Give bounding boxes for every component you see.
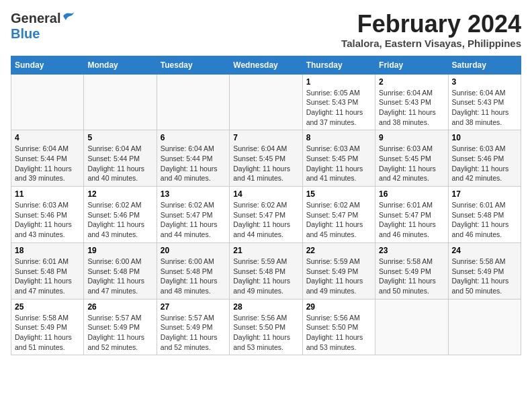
calendar-cell: 29Sunrise: 5:56 AM Sunset: 5:50 PM Dayli… [302,299,375,355]
day-number: 14 [233,189,298,199]
day-number: 27 [161,302,226,312]
calendar-cell: 7Sunrise: 6:04 AM Sunset: 5:45 PM Daylig… [230,130,302,187]
day-info: Sunrise: 6:03 AM Sunset: 5:45 PM Dayligh… [306,144,371,183]
day-number: 15 [306,189,371,199]
calendar-cell: 13Sunrise: 6:02 AM Sunset: 5:47 PM Dayli… [157,187,229,243]
calendar-cell [375,299,448,355]
day-number: 22 [306,246,371,255]
day-number: 20 [161,246,226,255]
calendar-location: Talalora, Eastern Visayas, Philippines [341,38,521,49]
day-info: Sunrise: 5:57 AM Sunset: 5:49 PM Dayligh… [87,313,152,353]
day-number: 13 [161,189,226,199]
calendar-cell: 2Sunrise: 6:04 AM Sunset: 5:43 PM Daylig… [375,74,448,130]
day-info: Sunrise: 6:01 AM Sunset: 5:47 PM Dayligh… [379,200,444,240]
calendar-cell: 11Sunrise: 6:03 AM Sunset: 5:46 PM Dayli… [11,187,84,243]
weekday-header-thursday: Thursday [302,56,375,74]
day-number: 4 [15,133,80,142]
day-info: Sunrise: 5:57 AM Sunset: 5:49 PM Dayligh… [161,313,226,353]
day-info: Sunrise: 5:56 AM Sunset: 5:50 PM Dayligh… [306,313,371,353]
calendar-cell: 14Sunrise: 6:02 AM Sunset: 5:47 PM Dayli… [230,187,302,243]
day-info: Sunrise: 6:04 AM Sunset: 5:45 PM Dayligh… [233,144,298,183]
calendar-cell: 5Sunrise: 6:04 AM Sunset: 5:44 PM Daylig… [84,130,157,187]
calendar-cell: 8Sunrise: 6:03 AM Sunset: 5:45 PM Daylig… [302,130,375,187]
calendar-cell: 17Sunrise: 6:01 AM Sunset: 5:48 PM Dayli… [448,187,521,243]
day-number: 21 [233,246,298,255]
day-info: Sunrise: 6:01 AM Sunset: 5:48 PM Dayligh… [15,257,80,296]
day-info: Sunrise: 6:04 AM Sunset: 5:44 PM Dayligh… [87,144,152,183]
calendar-cell: 6Sunrise: 6:04 AM Sunset: 5:44 PM Daylig… [157,130,229,187]
day-info: Sunrise: 6:02 AM Sunset: 5:47 PM Dayligh… [233,200,298,240]
day-number: 16 [379,189,444,199]
calendar-cell: 4Sunrise: 6:04 AM Sunset: 5:44 PM Daylig… [11,130,84,187]
day-info: Sunrise: 6:04 AM Sunset: 5:43 PM Dayligh… [379,88,444,128]
calendar-cell [11,74,84,130]
day-number: 23 [379,246,444,255]
day-number: 25 [15,302,80,312]
day-number: 29 [306,302,371,312]
day-number: 8 [306,133,371,142]
day-info: Sunrise: 6:01 AM Sunset: 5:48 PM Dayligh… [452,200,517,240]
weekday-header-wednesday: Wednesday [230,56,302,74]
day-info: Sunrise: 6:04 AM Sunset: 5:44 PM Dayligh… [15,144,80,183]
calendar-cell [448,299,521,355]
day-number: 12 [87,189,152,199]
calendar-cell: 10Sunrise: 6:03 AM Sunset: 5:46 PM Dayli… [448,130,521,187]
calendar-cell: 28Sunrise: 5:56 AM Sunset: 5:50 PM Dayli… [230,299,302,355]
calendar-cell: 22Sunrise: 5:59 AM Sunset: 5:49 PM Dayli… [302,242,375,299]
day-number: 24 [452,246,517,255]
calendar-table: SundayMondayTuesdayWednesdayThursdayFrid… [11,56,521,356]
calendar-cell: 20Sunrise: 6:00 AM Sunset: 5:48 PM Dayli… [157,242,229,299]
calendar-cell: 15Sunrise: 6:02 AM Sunset: 5:47 PM Dayli… [302,187,375,243]
day-info: Sunrise: 5:59 AM Sunset: 5:49 PM Dayligh… [306,257,371,296]
weekday-header-saturday: Saturday [448,56,521,74]
day-info: Sunrise: 6:02 AM Sunset: 5:47 PM Dayligh… [306,200,371,240]
day-number: 26 [87,302,152,312]
calendar-cell: 19Sunrise: 6:00 AM Sunset: 5:48 PM Dayli… [84,242,157,299]
day-number: 10 [452,133,517,142]
title-area: February 2024 Talalora, Eastern Visayas,… [341,11,521,49]
calendar-week-row: 4Sunrise: 6:04 AM Sunset: 5:44 PM Daylig… [11,130,521,187]
day-info: Sunrise: 5:56 AM Sunset: 5:50 PM Dayligh… [233,313,298,353]
day-number: 28 [233,302,298,312]
day-number: 7 [233,133,298,142]
day-number: 5 [87,133,152,142]
calendar-cell [230,74,302,130]
page-header: General Blue February 2024 Talalora, Eas… [11,11,521,49]
day-number: 19 [87,246,152,255]
calendar-header-row: SundayMondayTuesdayWednesdayThursdayFrid… [11,56,521,74]
calendar-cell: 16Sunrise: 6:01 AM Sunset: 5:47 PM Dayli… [375,187,448,243]
day-info: Sunrise: 6:00 AM Sunset: 5:48 PM Dayligh… [87,257,152,296]
calendar-cell: 21Sunrise: 5:59 AM Sunset: 5:48 PM Dayli… [230,242,302,299]
day-info: Sunrise: 6:02 AM Sunset: 5:46 PM Dayligh… [87,200,152,240]
calendar-cell: 24Sunrise: 5:58 AM Sunset: 5:49 PM Dayli… [448,242,521,299]
calendar-cell: 1Sunrise: 6:05 AM Sunset: 5:43 PM Daylig… [302,74,375,130]
day-info: Sunrise: 5:58 AM Sunset: 5:49 PM Dayligh… [379,257,444,296]
calendar-cell: 9Sunrise: 6:03 AM Sunset: 5:45 PM Daylig… [375,130,448,187]
day-info: Sunrise: 6:03 AM Sunset: 5:45 PM Dayligh… [379,144,444,183]
weekday-header-tuesday: Tuesday [157,56,229,74]
day-info: Sunrise: 6:04 AM Sunset: 5:43 PM Dayligh… [452,88,517,128]
weekday-header-monday: Monday [84,56,157,74]
calendar-cell: 23Sunrise: 5:58 AM Sunset: 5:49 PM Dayli… [375,242,448,299]
calendar-cell: 18Sunrise: 6:01 AM Sunset: 5:48 PM Dayli… [11,242,84,299]
weekday-header-sunday: Sunday [11,56,84,74]
calendar-cell: 12Sunrise: 6:02 AM Sunset: 5:46 PM Dayli… [84,187,157,243]
logo: General Blue [11,11,75,42]
calendar-week-row: 18Sunrise: 6:01 AM Sunset: 5:48 PM Dayli… [11,242,521,299]
day-info: Sunrise: 6:02 AM Sunset: 5:47 PM Dayligh… [161,200,226,240]
day-info: Sunrise: 5:58 AM Sunset: 5:49 PM Dayligh… [452,257,517,296]
day-info: Sunrise: 6:05 AM Sunset: 5:43 PM Dayligh… [306,88,371,128]
day-number: 6 [161,133,226,142]
day-info: Sunrise: 6:00 AM Sunset: 5:48 PM Dayligh… [161,257,226,296]
day-number: 18 [15,246,80,255]
day-number: 2 [379,77,444,87]
calendar-week-row: 25Sunrise: 5:58 AM Sunset: 5:49 PM Dayli… [11,299,521,355]
calendar-cell: 26Sunrise: 5:57 AM Sunset: 5:49 PM Dayli… [84,299,157,355]
calendar-cell: 27Sunrise: 5:57 AM Sunset: 5:49 PM Dayli… [157,299,229,355]
calendar-week-row: 1Sunrise: 6:05 AM Sunset: 5:43 PM Daylig… [11,74,521,130]
calendar-cell [157,74,229,130]
weekday-header-friday: Friday [375,56,448,74]
day-number: 1 [306,77,371,87]
logo-general: General [11,11,60,26]
calendar-cell [84,74,157,130]
